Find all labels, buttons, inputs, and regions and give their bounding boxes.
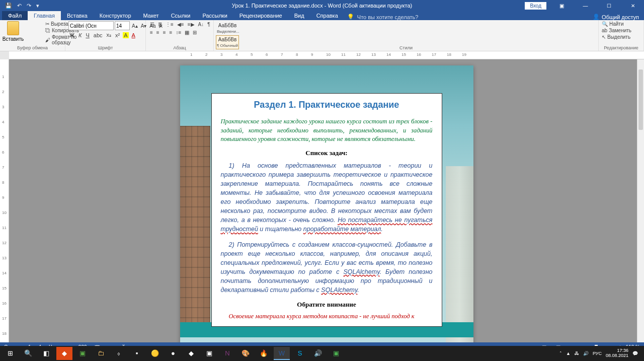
- indent-inc-icon[interactable]: ≡▶: [187, 21, 196, 28]
- tab-home[interactable]: Главная: [28, 11, 61, 20]
- subscript-button[interactable]: x₂: [106, 32, 113, 38]
- find-button[interactable]: 🔍Найти: [602, 21, 640, 27]
- align-center-icon[interactable]: ≡: [155, 29, 160, 36]
- taskbar-app-9[interactable]: ▣: [201, 347, 217, 360]
- task2-text-d: SQLAlchemy: [321, 286, 357, 294]
- group-label-editing: Редактирование: [599, 45, 643, 50]
- redo-icon[interactable]: ↷: [27, 3, 31, 9]
- titlebar: 💾 ↶ ↷ ▾ Урок 1. Практическое задание.doc…: [0, 0, 644, 11]
- line-spacing-icon[interactable]: ↕≡: [175, 29, 182, 36]
- pycharm-icon[interactable]: ▣: [74, 347, 91, 360]
- borders-icon[interactable]: ⊞: [192, 29, 198, 36]
- tab-help[interactable]: Справка: [310, 11, 344, 20]
- explorer-icon[interactable]: 🗀: [93, 347, 109, 360]
- highlight-button[interactable]: A: [123, 32, 128, 38]
- italic-button[interactable]: К: [77, 32, 83, 38]
- attention-heading[interactable]: Обратите внимание: [221, 301, 433, 309]
- start-button[interactable]: ⊞: [2, 347, 18, 360]
- bullets-icon[interactable]: ☰: [149, 21, 155, 28]
- skype-icon[interactable]: S: [292, 347, 308, 360]
- tray-volume-icon[interactable]: 🔊: [583, 351, 589, 356]
- justify-icon[interactable]: ≡: [169, 29, 174, 36]
- ribbon-options-icon[interactable]: ▣: [550, 0, 573, 11]
- tab-file[interactable]: Файл: [2, 11, 28, 20]
- tab-insert[interactable]: Вставка: [61, 11, 94, 20]
- multilevel-icon[interactable]: ⋮≡: [165, 21, 175, 28]
- tab-references[interactable]: Ссылки: [165, 11, 197, 20]
- shading-icon[interactable]: ▦: [184, 29, 190, 36]
- warning-paragraph[interactable]: Освоение материала курса методом копипас…: [221, 313, 433, 320]
- taskbar-app-12[interactable]: 🔥: [256, 347, 272, 360]
- doc-heading[interactable]: Раздел 1. Практическое задание: [221, 100, 433, 110]
- tab-mailings[interactable]: Рассылки: [196, 11, 233, 20]
- notifications-icon[interactable]: 💬: [632, 351, 638, 356]
- system-clock[interactable]: 17:36 08.08.2021: [606, 348, 628, 358]
- select-button[interactable]: ↖Выделить: [602, 34, 640, 40]
- grow-font-icon[interactable]: A▴: [131, 23, 139, 29]
- qat-more-icon[interactable]: ▾: [36, 3, 39, 9]
- taskbar-app-11[interactable]: 🎨: [237, 347, 254, 360]
- taskbar-app-7[interactable]: ●: [165, 347, 181, 360]
- task-list-heading[interactable]: Список задач:: [221, 149, 433, 157]
- font-size-select[interactable]: [115, 21, 130, 30]
- paste-button[interactable]: Вставить: [3, 21, 23, 46]
- font-name-select[interactable]: [68, 21, 114, 30]
- share-button[interactable]: Общий доступ: [602, 14, 639, 20]
- tab-design[interactable]: Конструктор: [94, 11, 137, 20]
- align-left-icon[interactable]: ≡: [149, 29, 154, 36]
- tab-layout[interactable]: Макет: [137, 11, 165, 20]
- scrollbar-vertical[interactable]: [637, 59, 644, 342]
- task1-text-d: проработайте материал: [303, 226, 381, 233]
- replace-button[interactable]: abЗаменить: [602, 28, 640, 33]
- save-icon[interactable]: 💾: [5, 3, 12, 9]
- chrome-icon[interactable]: 🟡: [147, 347, 163, 360]
- tray-language[interactable]: РУС: [593, 351, 602, 356]
- indent-dec-icon[interactable]: ◀≡: [176, 21, 185, 28]
- minimize-icon[interactable]: —: [574, 0, 597, 11]
- maximize-icon[interactable]: ☐: [598, 0, 620, 11]
- sort-icon[interactable]: A↓: [197, 21, 205, 28]
- taskbar-app-1[interactable]: ◆: [56, 347, 72, 360]
- close-icon[interactable]: ✕: [621, 0, 644, 11]
- ribbon: Вставить ✂Вырезать ⿻Копировать 🖌Формат п…: [0, 20, 644, 51]
- tray-chevron-icon[interactable]: ˄: [559, 351, 562, 356]
- tray-app-icon[interactable]: ▲: [566, 351, 571, 356]
- bold-button[interactable]: Ж: [68, 32, 75, 38]
- superscript-button[interactable]: x²: [114, 32, 121, 38]
- word-taskbar-icon[interactable]: W: [274, 347, 290, 360]
- undo-icon[interactable]: ↶: [17, 3, 22, 9]
- underline-button[interactable]: Ч: [85, 32, 90, 38]
- align-right-icon[interactable]: ≡: [162, 29, 167, 36]
- taskbar-app-16[interactable]: ▣: [328, 347, 344, 360]
- style-item-0[interactable]: АаБбВвВыделени...: [216, 21, 239, 35]
- tray-network-icon[interactable]: 🖧: [575, 351, 579, 356]
- ruler-vertical[interactable]: 123456789101112131415161718: [0, 59, 9, 342]
- group-label-clipboard: Буфер обмена: [0, 45, 65, 50]
- pilcrow-icon[interactable]: ¶: [206, 21, 211, 28]
- task1-text-c: и тщательно: [258, 226, 303, 233]
- terminal-icon[interactable]: ▪: [129, 347, 145, 360]
- tab-view[interactable]: Вид: [288, 11, 310, 20]
- decorative-building-left: [180, 126, 210, 327]
- taskbar-app-4[interactable]: ⬨: [111, 347, 127, 360]
- task-1[interactable]: 1) На основе представленных материалов -…: [221, 161, 433, 234]
- ruler-horizontal[interactable]: 12345678910111213141516171819: [9, 51, 644, 59]
- task-2[interactable]: 2) Потренируйтесь с созданием классов-су…: [221, 240, 433, 295]
- login-button[interactable]: Вход: [525, 2, 546, 10]
- taskbar-app-8[interactable]: ◆: [183, 347, 199, 360]
- group-label-font: Шрифт: [65, 45, 145, 50]
- task-view-icon[interactable]: ◧: [38, 347, 54, 360]
- numbering-icon[interactable]: ≣: [157, 21, 163, 28]
- taskbar-app-15[interactable]: 🔊: [310, 347, 326, 360]
- tell-me-input[interactable]: Что вы хотите сделать?: [357, 14, 419, 20]
- tab-review[interactable]: Рецензирование: [233, 11, 288, 20]
- paste-icon: [7, 21, 19, 35]
- scrollbar-thumb[interactable]: [638, 69, 643, 130]
- search-taskbar-icon[interactable]: 🔍: [20, 347, 36, 360]
- scissors-icon: ✂: [45, 21, 49, 27]
- onenote-icon[interactable]: N: [219, 347, 235, 360]
- content-box[interactable]: Раздел 1. Практическое задание Практичес…: [211, 93, 442, 327]
- strike-button[interactable]: abc: [93, 32, 104, 38]
- font-color-button[interactable]: A: [131, 32, 136, 38]
- intro-paragraph[interactable]: Практическое задание каждого урока нашег…: [221, 117, 433, 144]
